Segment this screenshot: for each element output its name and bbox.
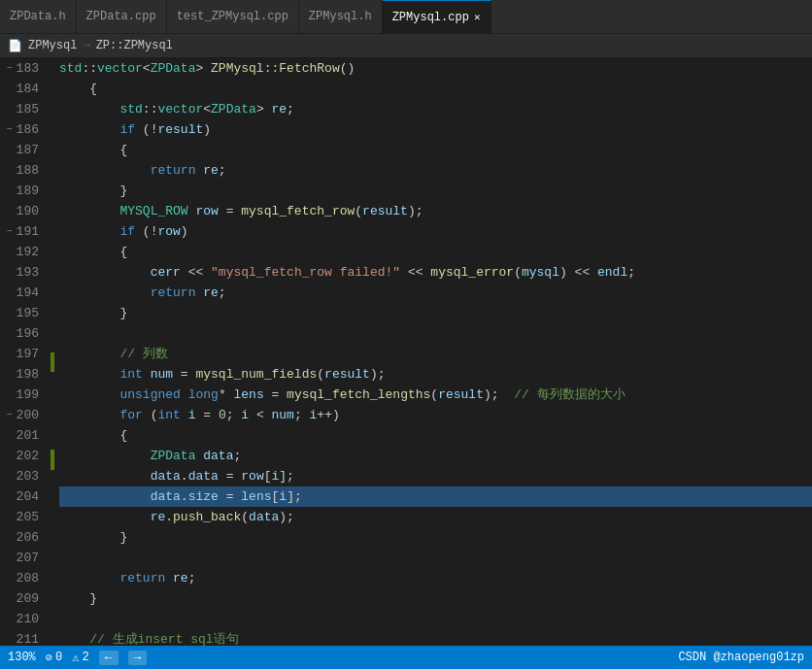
code-line-191: if (!row) — [59, 221, 812, 242]
code-line-207 — [59, 548, 812, 568]
code-line-197: // 列数 — [59, 344, 812, 364]
editor: − 183 184 185 − 186 187 188 189 19 — [0, 58, 812, 646]
gutter-198: 198 — [0, 364, 45, 385]
gutter-190: 190 — [0, 201, 45, 221]
gutter-192: 192 — [0, 242, 45, 262]
gutter-183: − 183 — [0, 58, 45, 79]
gutter-188: 188 — [0, 160, 45, 181]
tab-zpmysqlh[interactable]: ZPMysql.h — [299, 0, 383, 34]
gutter-196: 196 — [0, 323, 45, 344]
code-line-199: unsigned long* lens = mysql_fetch_length… — [59, 385, 812, 405]
fold-200[interactable]: − — [3, 405, 17, 425]
code-line-192: { — [59, 242, 812, 262]
gutter-211: 211 — [0, 629, 45, 646]
tab-zpdatah[interactable]: ZPData.h — [0, 0, 77, 34]
fold-191[interactable]: − — [3, 221, 17, 242]
code-line-198: int num = mysql_num_fields(result); — [59, 364, 812, 385]
breadcrumb-method[interactable]: ZP::ZPMysql — [96, 39, 173, 52]
gutter-191: − 191 — [0, 221, 45, 242]
status-bar-left: 130% ⊘ 0 ⚠ 2 ← → — [8, 651, 147, 665]
gutter-203: 203 — [0, 466, 45, 486]
code-line-203: data.data = row[i]; — [59, 466, 812, 486]
gutter-199: 199 — [0, 385, 45, 405]
breadcrumb-class[interactable]: ZPMysql — [28, 39, 77, 52]
gutter-209: 209 — [0, 588, 45, 609]
modified-marker-198 — [51, 352, 54, 372]
zoom-level: 130% — [8, 651, 36, 664]
gutter-206: 206 — [0, 527, 45, 548]
tab-label-testzpmysql: test_ZPMysql.cpp — [177, 10, 288, 23]
error-count: ⊘ 0 — [46, 651, 62, 665]
watermark: CSDN @zhaopeng01zp — [678, 651, 804, 664]
gutter-194: 194 — [0, 283, 45, 303]
code-line-196 — [59, 323, 812, 344]
tab-label-zpdatah: ZPData.h — [10, 10, 66, 23]
fold-186[interactable]: − — [3, 119, 17, 140]
tab-zpmysqlcpp[interactable]: ZPMysql.cpp ✕ — [383, 0, 491, 34]
tab-bar: ZPData.h ZPData.cpp test_ZPMysql.cpp ZPM… — [0, 0, 812, 34]
warning-count: ⚠ 2 — [72, 651, 88, 665]
status-bar-right: CSDN @zhaopeng01zp — [678, 651, 804, 664]
gutter-210: 210 — [0, 609, 45, 629]
code-line-183: std::vector<ZPData> ZPMysql::FetchRow() — [59, 58, 812, 79]
code-area[interactable]: std::vector<ZPData> ZPMysql::FetchRow() … — [55, 58, 812, 646]
code-line-206: } — [59, 527, 812, 548]
code-line-189: } — [59, 181, 812, 201]
fold-183[interactable]: − — [3, 58, 17, 79]
error-icon: ⊘ — [46, 651, 52, 665]
gutter-201: 201 — [0, 425, 45, 446]
gutter-193: 193 — [0, 262, 45, 283]
gutter-195: 195 — [0, 303, 45, 323]
breadcrumb: 📄 ZPMysql → ZP::ZPMysql — [0, 34, 812, 58]
code-line-208: return re; — [59, 568, 812, 588]
code-line-205: re.push_back(data); — [59, 507, 812, 527]
code-line-194: return re; — [59, 283, 812, 303]
file-icon: 📄 — [8, 39, 22, 53]
code-line-195: } — [59, 303, 812, 323]
code-line-187: { — [59, 140, 812, 160]
tab-label-zpdatacpp: ZPData.cpp — [86, 10, 156, 23]
code-line-186: if (!result) — [59, 119, 812, 140]
gutter-200: − 200 — [0, 405, 45, 425]
navigate-back-button[interactable]: ← — [99, 651, 118, 665]
code-line-193: cerr << "mysql_fetch_row failed!" << mys… — [59, 262, 812, 283]
line-number-gutter: − 183 184 185 − 186 187 188 189 19 — [0, 58, 51, 646]
code-line-188: return re; — [59, 160, 812, 181]
code-line-184: { — [59, 79, 812, 99]
code-line-211: // 生成insert sql语句 — [59, 629, 812, 646]
gutter-187: 187 — [0, 140, 45, 160]
code-line-201: { — [59, 425, 812, 446]
breadcrumb-separator: → — [83, 39, 89, 52]
code-line-200: for (int i = 0; i < num; i++) — [59, 405, 812, 425]
modified-marker-203 — [51, 450, 54, 469]
warning-icon: ⚠ — [72, 651, 79, 665]
gutter-202: 202 — [0, 446, 45, 466]
tab-label-zpmysqlh: ZPMysql.h — [309, 10, 372, 23]
navigate-forward-button[interactable]: → — [128, 651, 148, 665]
gutter-197: 197 — [0, 344, 45, 364]
close-icon[interactable]: ✕ — [474, 11, 481, 23]
gutter-207: 207 — [0, 548, 45, 568]
status-bar: 130% ⊘ 0 ⚠ 2 ← → CSDN @zhaopeng01zp — [0, 646, 812, 669]
tab-testzpmysql[interactable]: test_ZPMysql.cpp — [167, 0, 299, 34]
gutter-208: 208 — [0, 568, 45, 588]
code-line-185: std::vector<ZPData> re; — [59, 99, 812, 119]
code-line-202: ZPData data; — [59, 446, 812, 466]
code-line-204: data.size = lens[i]; — [59, 486, 812, 507]
gutter-189: 189 — [0, 181, 45, 201]
gutter-204: 204 — [0, 486, 45, 507]
tab-label-zpmysqlcpp: ZPMysql.cpp — [392, 11, 469, 24]
gutter-184: 184 — [0, 79, 45, 99]
code-line-190: MYSQL_ROW row = mysql_fetch_row(result); — [59, 201, 812, 221]
tab-zpdatacpp[interactable]: ZPData.cpp — [77, 0, 167, 34]
gutter-185: 185 — [0, 99, 45, 119]
code-line-210 — [59, 609, 812, 629]
gutter-186: − 186 — [0, 119, 45, 140]
code-line-209: } — [59, 588, 812, 609]
gutter-205: 205 — [0, 507, 45, 527]
